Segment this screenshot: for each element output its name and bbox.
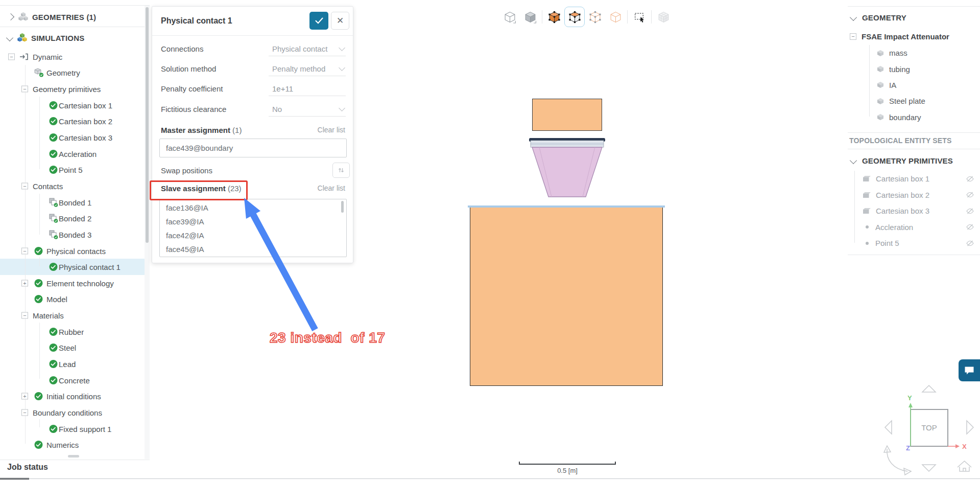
wireframe-cube-button[interactable]: [499, 7, 520, 27]
tree-item-contacts[interactable]: −Contacts: [0, 178, 145, 194]
tree-item-physical-contact-1[interactable]: Physical contact 1: [0, 259, 145, 275]
home-icon[interactable]: [958, 461, 971, 471]
model-mass-box[interactable]: [532, 99, 602, 131]
assignment-item[interactable]: face439@boundary: [160, 139, 346, 157]
tree-item-concrete[interactable]: Concrete: [0, 372, 145, 388]
collapse-toggle[interactable]: −: [21, 86, 28, 93]
sidebar-scrollbar-thumb[interactable]: [146, 7, 149, 243]
visibility-off-icon[interactable]: [966, 174, 974, 183]
tree-item-cartesian-box-3[interactable]: Cartesian box 3: [0, 129, 145, 146]
rotate-up-button[interactable]: [922, 385, 936, 392]
tree-item-bonded-1[interactable]: Bonded 1: [0, 194, 145, 211]
visibility-off-icon[interactable]: [966, 223, 974, 232]
model-attenuator-cone[interactable]: [526, 137, 608, 199]
fictitious-clearance-select[interactable]: No: [269, 101, 346, 117]
tree-item-element-technology[interactable]: +Element technology: [0, 275, 145, 291]
collapse-toggle[interactable]: −: [850, 33, 856, 40]
primitive-item-point-5[interactable]: Point 5: [845, 235, 980, 252]
shaded-cube-button[interactable]: [520, 7, 540, 27]
tree-item-boundary-conditions[interactable]: −Boundary conditions: [0, 404, 145, 421]
expand-toggle[interactable]: +: [21, 280, 28, 286]
rotate-down-button[interactable]: [922, 465, 936, 471]
slave-assignment-list[interactable]: face136@IAface39@IAface42@IAface45@IA: [159, 199, 347, 257]
rotate-right-button[interactable]: [967, 421, 973, 434]
assignment-item[interactable]: face42@IA: [160, 228, 346, 242]
assignment-item[interactable]: face39@IA: [160, 215, 346, 228]
part-item-tubing[interactable]: tubing: [845, 61, 980, 77]
visibility-off-icon[interactable]: [966, 239, 974, 247]
collapse-toggle[interactable]: −: [21, 409, 28, 416]
part-label: IA: [889, 81, 896, 89]
expand-toggle[interactable]: +: [21, 393, 28, 400]
panel-drag-handle[interactable]: [68, 455, 79, 458]
field-penalty-coefficient: Penalty coefficient 1e+11: [152, 78, 353, 98]
tree-item-model[interactable]: Model: [0, 291, 145, 308]
visibility-off-icon[interactable]: [966, 191, 974, 199]
solution-method-select[interactable]: Penalty method: [269, 61, 346, 76]
tree-item-geometry[interactable]: Geometry: [0, 65, 145, 81]
visibility-off-icon[interactable]: [966, 207, 974, 215]
confirm-button[interactable]: [309, 12, 328, 30]
part-item-steel-plate[interactable]: Steel plate: [845, 93, 980, 109]
geometry-section-header[interactable]: GEOMETRY: [845, 10, 980, 25]
tree-item-rubber[interactable]: Rubber: [0, 324, 145, 340]
slave-clear-list-link[interactable]: Clear list: [318, 184, 345, 192]
box-select-button[interactable]: [629, 7, 650, 27]
part-item-mass[interactable]: mass: [845, 45, 980, 61]
tree-item-accleration[interactable]: Accleration: [0, 146, 145, 162]
collapse-toggle[interactable]: −: [21, 247, 28, 254]
rotate-left-button[interactable]: [885, 421, 892, 434]
model-boundary-box[interactable]: [470, 207, 663, 386]
tree-item-numerics[interactable]: Numerics: [0, 437, 145, 453]
tree-item-bonded-3[interactable]: Bonded 3: [0, 226, 145, 243]
chevron-down-icon[interactable]: [6, 34, 13, 41]
tree-item-steel[interactable]: Steel: [0, 340, 145, 356]
chevron-down-icon[interactable]: [850, 157, 857, 164]
faint-cube-button[interactable]: [605, 7, 626, 27]
connections-select[interactable]: Physical contact: [269, 41, 346, 56]
sidebar-item-geometries[interactable]: GEOMETRIES (1): [0, 7, 145, 27]
job-status-label[interactable]: Job status: [7, 463, 48, 472]
field-label: Penalty coefficient: [161, 84, 223, 93]
list-scrollbar-thumb[interactable]: [341, 201, 344, 213]
geometry-root-item[interactable]: − FSAE Impact Attenuator: [845, 29, 980, 44]
tree-item-initial-conditions[interactable]: +Initial conditions: [0, 388, 145, 404]
tree-item-dynamic[interactable]: −Dynamic: [0, 49, 145, 65]
tree-item-cartesian-box-2[interactable]: Cartesian box 2: [0, 113, 145, 130]
mesh-cube-button[interactable]: [653, 7, 674, 27]
tree-item-geometry-primitives[interactable]: −Geometry primitives: [0, 81, 145, 97]
tree-item-fixed-support-1[interactable]: Fixed support 1: [0, 421, 145, 437]
chevron-down-icon[interactable]: [850, 14, 857, 21]
solid-orange-cube-button[interactable]: [544, 7, 564, 27]
tree-item-bonded-2[interactable]: Bonded 2: [0, 210, 145, 226]
primitive-item-cartesian-box-2[interactable]: Cartesian box 2: [845, 187, 980, 203]
close-button[interactable]: ✕: [331, 12, 349, 30]
part-item-ia[interactable]: IA: [845, 77, 980, 93]
impact-attenuator[interactable]: [532, 147, 602, 197]
tree-item-point-5[interactable]: Point 5: [0, 162, 145, 178]
swap-positions-button[interactable]: [332, 163, 350, 178]
penalty-coefficient-input[interactable]: 1e+11: [269, 81, 346, 96]
orange-face-cube-button[interactable]: [564, 7, 585, 27]
master-clear-list-link[interactable]: Clear list: [318, 126, 345, 134]
primitive-item-cartesian-box-1[interactable]: Cartesian box 1: [845, 171, 980, 187]
tree-item-physical-contacts[interactable]: −Physical contacts: [0, 243, 145, 259]
steel-plate[interactable]: [531, 141, 604, 147]
primitive-item-accleration[interactable]: Accleration: [845, 219, 980, 236]
tree-item-materials[interactable]: −Materials: [0, 307, 145, 324]
collapse-toggle[interactable]: −: [21, 312, 28, 319]
assignment-item[interactable]: face136@IA: [160, 201, 346, 215]
support-chat-button[interactable]: [959, 359, 980, 381]
master-assignment-list[interactable]: face439@boundary: [159, 139, 347, 157]
faint-vertex-cube-button[interactable]: [585, 7, 605, 27]
tree-item-cartesian-box-1[interactable]: Cartesian box 1: [0, 97, 145, 113]
sidebar-item-simulations[interactable]: SIMULATIONS: [0, 27, 145, 49]
part-item-boundary[interactable]: boundary: [845, 109, 980, 125]
assignment-item[interactable]: face45@IA: [160, 242, 346, 256]
tree-item-lead[interactable]: Lead: [0, 356, 145, 372]
collapse-toggle[interactable]: −: [21, 182, 28, 189]
chevron-right-icon[interactable]: [7, 13, 14, 20]
collapse-toggle[interactable]: −: [8, 53, 15, 60]
primitive-item-cartesian-box-3[interactable]: Cartesian box 3: [845, 203, 980, 219]
geometry-primitives-header[interactable]: GEOMETRY PRIMITIVES: [845, 152, 980, 169]
